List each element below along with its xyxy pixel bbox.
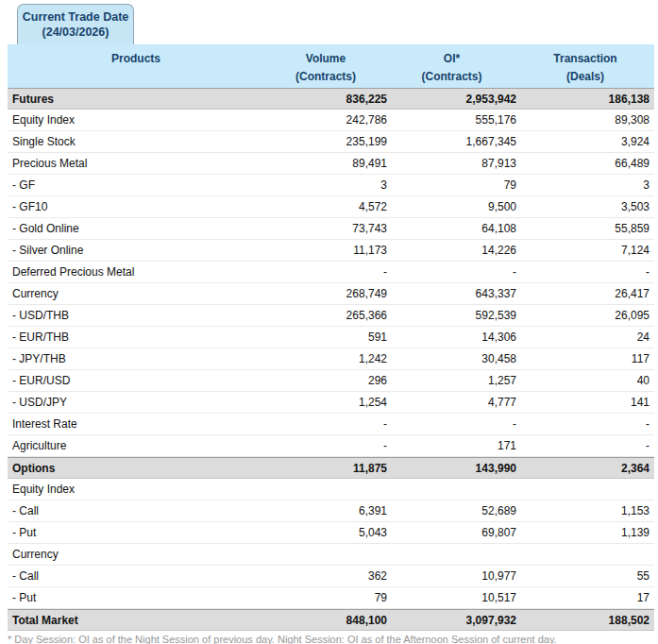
header-transaction: Transaction (Deals) xyxy=(516,50,654,86)
volume-cell: 235,199 xyxy=(264,135,387,148)
oi-cell: 2,953,942 xyxy=(387,93,516,106)
header-volume: Volume (Contracts) xyxy=(264,50,387,86)
table-row: Currency 268,749 643,337 26,417 xyxy=(8,283,654,305)
transaction-cell: 89,308 xyxy=(516,113,654,127)
table-row: - GF10 4,572 9,500 3,503 xyxy=(8,196,654,218)
product-cell: Deferred Precious Metal xyxy=(8,265,264,279)
table-row: Equity Index xyxy=(8,479,654,500)
table-row: - Put 5,043 69,807 1,139 xyxy=(8,522,654,544)
volume-cell: 591 xyxy=(264,330,387,344)
transaction-cell: - xyxy=(516,265,654,279)
table-body: Futures 836,225 2,953,942 186,138 Equity… xyxy=(8,88,654,631)
product-cell: - Put xyxy=(8,526,264,539)
tab-label-line1: Current Trade Date xyxy=(18,9,133,25)
volume-cell: 1,254 xyxy=(264,396,387,409)
oi-cell: 1,257 xyxy=(387,374,516,387)
product-cell: - USD/THB xyxy=(8,309,264,322)
transaction-cell: - xyxy=(516,417,654,431)
volume-cell: 79 xyxy=(264,591,387,604)
oi-cell: - xyxy=(387,417,516,431)
table-row: - EUR/THB 591 14,306 24 xyxy=(8,327,654,348)
transaction-cell: 117 xyxy=(516,352,654,365)
transaction-cell: 17 xyxy=(516,591,654,604)
product-cell: - EUR/USD xyxy=(8,374,264,387)
volume-cell: 11,875 xyxy=(264,462,387,475)
header-oi: OI* (Contracts) xyxy=(387,50,516,86)
table-row: - Call 362 10,977 55 xyxy=(8,566,654,587)
table-row: - EUR/USD 296 1,257 40 xyxy=(8,370,654,392)
table-row: - Silver Online 11,173 14,226 7,124 xyxy=(8,240,654,262)
table-row: Futures 836,225 2,953,942 186,138 xyxy=(8,88,654,110)
product-cell: Equity Index xyxy=(8,483,264,496)
product-cell: Total Market xyxy=(8,614,264,627)
table-row: - Gold Online 73,743 64,108 55,859 xyxy=(8,218,654,240)
oi-cell: 87,913 xyxy=(387,157,516,170)
product-cell: Single Stock xyxy=(8,135,264,148)
transaction-cell: 55,859 xyxy=(516,222,654,235)
transaction-cell: 40 xyxy=(516,374,654,387)
oi-cell: 3,097,932 xyxy=(387,614,516,627)
oi-cell: 69,807 xyxy=(387,526,516,539)
product-cell: - Call xyxy=(8,504,264,517)
volume-cell: 4,572 xyxy=(264,200,387,213)
table-row: Precious Metal 89,491 87,913 66,489 xyxy=(8,153,654,175)
oi-cell: 555,176 xyxy=(387,113,516,127)
product-cell: Equity Index xyxy=(8,113,264,127)
oi-cell: 4,777 xyxy=(387,396,516,409)
transaction-cell: 24 xyxy=(516,330,654,344)
table-row: - Put 79 10,517 17 xyxy=(8,587,654,609)
oi-cell: - xyxy=(387,265,516,279)
transaction-cell: 1,139 xyxy=(516,526,654,539)
table-row: Interest Rate - - - xyxy=(8,414,654,435)
product-cell: - EUR/THB xyxy=(8,330,264,344)
volume-cell: 265,366 xyxy=(264,309,387,322)
product-cell: - Gold Online xyxy=(8,222,264,235)
oi-session-footnote: * Day Session: OI as of the Night Sessio… xyxy=(8,634,654,644)
product-cell: - Put xyxy=(8,591,264,604)
table-header-row: Products Volume (Contracts) OI* (Contrac… xyxy=(8,44,654,88)
oi-cell: 10,517 xyxy=(387,591,516,604)
table-row: - GF 3 79 3 xyxy=(8,175,654,196)
product-cell: Precious Metal xyxy=(8,157,264,170)
transaction-cell: 55 xyxy=(516,569,654,583)
transaction-cell: 186,138 xyxy=(516,93,654,106)
volume-cell: 362 xyxy=(264,569,387,583)
market-summary-table: Products Volume (Contracts) OI* (Contrac… xyxy=(8,44,654,631)
oi-cell: 30,458 xyxy=(387,352,516,365)
current-trade-date-tab[interactable]: Current Trade Date (24/03/2026) xyxy=(17,4,134,44)
oi-cell: 143,990 xyxy=(387,462,516,475)
transaction-cell: 3,924 xyxy=(516,135,654,148)
volume-cell: 73,743 xyxy=(264,222,387,235)
table-row: - USD/JPY 1,254 4,777 141 xyxy=(8,392,654,414)
volume-cell: 5,043 xyxy=(264,526,387,539)
product-cell: - Silver Online xyxy=(8,244,264,257)
volume-cell: - xyxy=(264,265,387,279)
transaction-cell: 3,503 xyxy=(516,200,654,213)
table-row: Deferred Precious Metal - - - xyxy=(8,262,654,283)
oi-cell: 1,667,345 xyxy=(387,135,516,148)
volume-cell: 6,391 xyxy=(264,504,387,517)
product-cell: - JPY/THB xyxy=(8,352,264,365)
table-row: Single Stock 235,199 1,667,345 3,924 xyxy=(8,131,654,153)
oi-cell: 10,977 xyxy=(387,569,516,583)
table-row: - JPY/THB 1,242 30,458 117 xyxy=(8,348,654,370)
oi-cell: 14,226 xyxy=(387,244,516,257)
table-row: Equity Index 242,786 555,176 89,308 xyxy=(8,110,654,131)
transaction-cell: 3 xyxy=(516,178,654,192)
volume-cell: 89,491 xyxy=(264,157,387,170)
volume-cell: - xyxy=(264,417,387,431)
volume-cell: 11,173 xyxy=(264,244,387,257)
header-products: Products xyxy=(8,50,264,68)
transaction-cell: 26,417 xyxy=(516,287,654,300)
transaction-cell: 7,124 xyxy=(516,244,654,257)
volume-cell: 1,242 xyxy=(264,352,387,365)
oi-cell: 592,539 xyxy=(387,309,516,322)
volume-cell: 242,786 xyxy=(264,113,387,127)
product-cell: - USD/JPY xyxy=(8,396,264,409)
volume-cell: 3 xyxy=(264,178,387,192)
table-row: Total Market 848,100 3,097,932 188,502 xyxy=(8,609,654,631)
volume-cell: 848,100 xyxy=(264,614,387,627)
oi-cell: 52,689 xyxy=(387,504,516,517)
table-row: Options 11,875 143,990 2,364 xyxy=(8,457,654,479)
volume-cell: 836,225 xyxy=(264,93,387,106)
